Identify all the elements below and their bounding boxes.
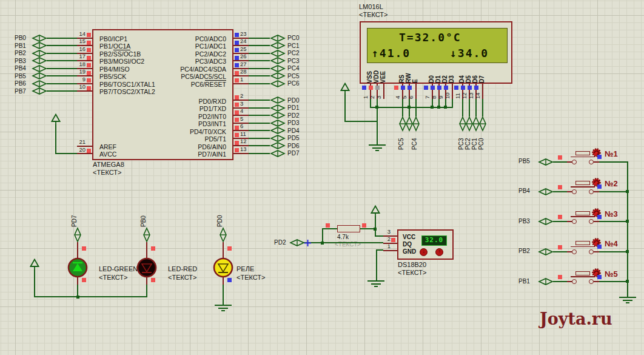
wire-segment <box>553 191 567 192</box>
atmega8-chip[interactable]: PB0/ICP1PB1/OC1APB2/SS/OC1BPB3/MOSI/OC2P… <box>92 29 233 160</box>
terminal-label: PC2 <box>465 133 471 150</box>
button-cap[interactable] <box>575 271 590 276</box>
pin-stub <box>383 84 384 99</box>
logic-state-square <box>235 133 239 137</box>
pin-name: PD1/TXD <box>190 105 226 113</box>
pin-number: 25 <box>240 46 256 52</box>
pin-number: 4 <box>394 90 401 99</box>
bidir-terminal-icon[interactable] <box>143 227 151 243</box>
button-contact <box>589 279 594 284</box>
bidir-terminal-icon[interactable] <box>538 188 554 196</box>
lcd-sub-label: <ТЕКСТ> <box>359 11 388 18</box>
led-green[interactable] <box>67 257 88 278</box>
button-cap[interactable] <box>575 151 590 155</box>
pin-number: 14 <box>64 31 86 37</box>
wire-segment <box>322 228 337 229</box>
bidir-terminal-icon[interactable] <box>73 227 82 243</box>
pin-name: PC4/ADC4/SDA <box>180 66 226 73</box>
pin-name: PD7/AIN1 <box>190 150 226 158</box>
bidir-terminal-icon[interactable] <box>538 217 554 226</box>
pin-row: 1 PC6 <box>233 79 314 87</box>
button-cap[interactable] <box>575 241 590 245</box>
logic-state-square <box>82 278 86 282</box>
led-red[interactable] <box>136 257 157 278</box>
led-yellow-relay[interactable] <box>213 257 233 278</box>
terminal-label: PB0 <box>140 211 147 227</box>
terminal-label: PC3 <box>458 133 465 150</box>
bidir-terminal-icon[interactable] <box>270 149 286 158</box>
terminal-label: PD5 <box>287 135 299 141</box>
lcd-line2-right: ↓34.0 <box>450 47 489 59</box>
pin-number: 2 <box>240 93 256 99</box>
pin-name: VCC <box>403 234 415 240</box>
chip-sub-label: <ТЕКСТ> <box>93 169 122 176</box>
increment-knob[interactable]: ↑ <box>435 248 443 256</box>
button-cap[interactable] <box>575 181 590 185</box>
pin-stub <box>594 191 599 192</box>
resistor-4k7[interactable] <box>337 225 360 232</box>
wire-segment <box>599 161 628 163</box>
bidir-terminal-icon[interactable] <box>289 238 305 247</box>
logic-state-square <box>558 185 562 189</box>
pin-number: 26 <box>240 53 256 59</box>
logic-state-square <box>235 110 239 115</box>
logic-state-square <box>151 278 155 282</box>
bidir-terminal-icon[interactable] <box>538 158 554 166</box>
wire-segment <box>553 161 567 163</box>
pin-number: 3 <box>240 101 256 107</box>
terminal-label: PB4 <box>518 188 530 194</box>
logic-state-square <box>326 223 330 228</box>
pin-name: PD2/INT0 <box>190 113 226 121</box>
wire-segment <box>34 269 35 297</box>
terminal-label: PB1 <box>518 278 530 285</box>
bidir-terminal-icon[interactable] <box>538 277 554 286</box>
wire-segment <box>376 250 377 280</box>
bidir-terminal-icon[interactable] <box>32 87 47 95</box>
logic-state-square <box>558 215 562 219</box>
logic-state-square <box>468 86 472 90</box>
bidir-terminal-icon[interactable] <box>270 79 286 88</box>
bidir-terminal-icon[interactable] <box>478 116 487 132</box>
pin-name: PC1/ADC1 <box>180 42 226 50</box>
pin-stub <box>146 277 147 285</box>
pin-number: 2 <box>383 236 391 242</box>
bidir-terminal-icon[interactable] <box>538 248 554 256</box>
logic-state-square <box>597 184 602 189</box>
terminal-label: PC0 <box>478 133 485 150</box>
pin-name: PB7/TOSC2/XTAL2 <box>99 88 155 96</box>
chip-pc-pins: 23 PC0 24 PC1 25 PC2 26 <box>233 34 314 87</box>
button-cap[interactable] <box>575 211 590 215</box>
terminal-label: PC3 <box>287 58 299 64</box>
logic-state-square <box>597 245 602 249</box>
pin-name: RW <box>405 68 412 83</box>
lcd-screen: T=32.0°C ↑41.0 ↓34.0 <box>367 28 508 63</box>
lcd-pin: D7 14 PC0 <box>479 68 486 147</box>
logic-state-square <box>375 86 380 90</box>
logic-state-square <box>87 56 91 60</box>
pin-number: 23 <box>240 31 256 37</box>
logic-state-square <box>437 86 441 90</box>
pin-number: 15 <box>64 38 86 44</box>
led-label: LED-GREEN <box>99 265 138 272</box>
bidir-terminal-icon[interactable] <box>412 116 420 132</box>
button-contact <box>572 249 577 254</box>
decrement-knob[interactable]: ↓ <box>420 248 428 256</box>
logic-state-square <box>461 86 465 90</box>
pin-name: PB2/SS/OC1B <box>99 50 155 58</box>
pin-stub <box>77 242 78 259</box>
pin-stub <box>383 250 397 251</box>
pin-name: D5 <box>465 68 472 83</box>
pin-number: 10 <box>64 84 86 90</box>
pin-name: D6 <box>472 68 478 83</box>
terminal-label: PB2 <box>518 248 530 254</box>
chip-aref-avcc-names: AREF AVCC <box>99 143 116 158</box>
bidir-terminal-icon[interactable] <box>219 227 227 243</box>
pin-name: PD3/INT1 <box>190 120 226 128</box>
logic-state-square <box>235 63 239 67</box>
power-terminal-icon <box>340 83 350 94</box>
chip-pd-pin-names: PD0/RXDPD1/TXDPD2/INT0PD3/INT1PD4/T0/XCK… <box>190 98 226 158</box>
wire-segment <box>375 216 376 236</box>
terminal-label: PB1 <box>15 42 26 49</box>
pin-number: 3 <box>375 90 382 99</box>
schematic-canvas: PB0/ICP1PB1/OC1APB2/SS/OC1BPB3/MOSI/OC2P… <box>0 0 644 355</box>
